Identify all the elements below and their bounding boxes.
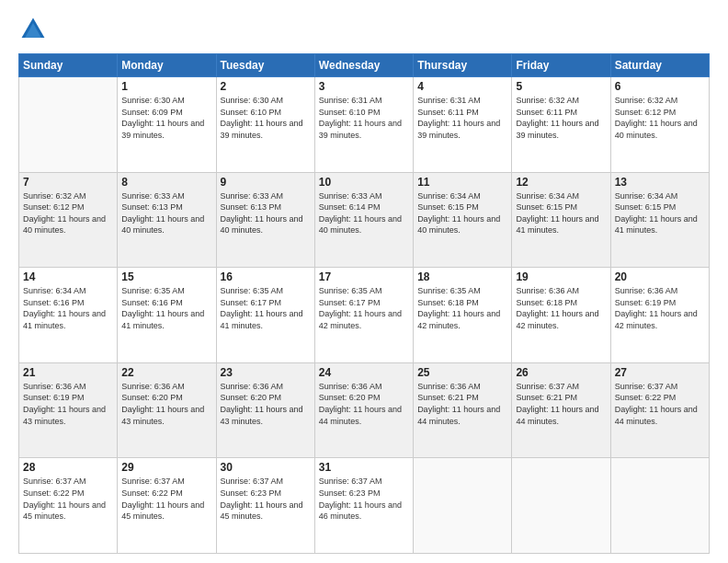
logo [18,15,51,44]
calendar-cell: 9Sunrise: 6:33 AMSunset: 6:13 PMDaylight… [216,172,314,268]
calendar-cell: 1Sunrise: 6:30 AMSunset: 6:09 PMDaylight… [118,77,216,173]
calendar-cell: 28Sunrise: 6:37 AMSunset: 6:22 PMDayligh… [19,458,118,554]
day-number: 8 [121,176,211,189]
calendar-cell: 15Sunrise: 6:35 AMSunset: 6:16 PMDayligh… [118,268,216,363]
day-info: Sunrise: 6:36 AMSunset: 6:18 PMDaylight:… [516,285,606,331]
calendar-cell: 31Sunrise: 6:37 AMSunset: 6:23 PMDayligh… [314,458,413,554]
calendar-table: SundayMondayTuesdayWednesdayThursdayFrid… [18,53,710,554]
calendar-week-1: 1Sunrise: 6:30 AMSunset: 6:09 PMDaylight… [19,77,710,173]
day-number: 27 [615,366,705,379]
day-info: Sunrise: 6:30 AMSunset: 6:09 PMDaylight:… [121,95,211,141]
calendar-week-3: 14Sunrise: 6:34 AMSunset: 6:16 PMDayligh… [19,268,710,363]
day-info: Sunrise: 6:36 AMSunset: 6:20 PMDaylight:… [319,381,409,427]
weekday-header-saturday: Saturday [610,54,709,77]
calendar-cell [610,458,709,554]
calendar-cell: 11Sunrise: 6:34 AMSunset: 6:15 PMDayligh… [414,172,512,268]
weekday-header-thursday: Thursday [414,54,512,77]
calendar-cell: 18Sunrise: 6:35 AMSunset: 6:18 PMDayligh… [414,268,512,363]
day-info: Sunrise: 6:37 AMSunset: 6:22 PMDaylight:… [615,381,705,427]
day-info: Sunrise: 6:31 AMSunset: 6:11 PMDaylight:… [417,95,507,141]
calendar-cell [19,77,118,173]
calendar-week-4: 21Sunrise: 6:36 AMSunset: 6:19 PMDayligh… [19,362,710,458]
calendar-cell: 10Sunrise: 6:33 AMSunset: 6:14 PMDayligh… [314,172,413,268]
day-info: Sunrise: 6:34 AMSunset: 6:15 PMDaylight:… [615,190,705,236]
calendar-cell: 5Sunrise: 6:32 AMSunset: 6:11 PMDaylight… [512,77,610,173]
day-number: 30 [221,461,311,474]
day-number: 21 [23,366,113,379]
day-number: 18 [417,270,507,283]
day-number: 9 [221,176,311,189]
day-number: 1 [121,80,211,93]
calendar-cell: 27Sunrise: 6:37 AMSunset: 6:22 PMDayligh… [610,362,709,458]
day-number: 15 [121,270,211,283]
header [18,15,710,44]
calendar-cell: 16Sunrise: 6:35 AMSunset: 6:17 PMDayligh… [216,268,314,363]
calendar-week-2: 7Sunrise: 6:32 AMSunset: 6:12 PMDaylight… [19,172,710,268]
calendar-cell: 7Sunrise: 6:32 AMSunset: 6:12 PMDaylight… [19,172,118,268]
day-info: Sunrise: 6:34 AMSunset: 6:15 PMDaylight:… [516,190,606,236]
day-info: Sunrise: 6:31 AMSunset: 6:10 PMDaylight:… [319,95,409,141]
day-number: 11 [417,176,507,189]
calendar-cell: 23Sunrise: 6:36 AMSunset: 6:20 PMDayligh… [216,362,314,458]
calendar-cell: 3Sunrise: 6:31 AMSunset: 6:10 PMDaylight… [314,77,413,173]
calendar-cell: 24Sunrise: 6:36 AMSunset: 6:20 PMDayligh… [314,362,413,458]
calendar-cell: 17Sunrise: 6:35 AMSunset: 6:17 PMDayligh… [314,268,413,363]
day-info: Sunrise: 6:32 AMSunset: 6:11 PMDaylight:… [516,95,606,141]
calendar-cell: 20Sunrise: 6:36 AMSunset: 6:19 PMDayligh… [610,268,709,363]
calendar-cell: 12Sunrise: 6:34 AMSunset: 6:15 PMDayligh… [512,172,610,268]
day-info: Sunrise: 6:33 AMSunset: 6:13 PMDaylight:… [221,190,311,236]
day-number: 24 [319,366,409,379]
weekday-header-friday: Friday [512,54,610,77]
day-number: 23 [221,366,311,379]
day-info: Sunrise: 6:36 AMSunset: 6:19 PMDaylight:… [23,381,113,427]
day-info: Sunrise: 6:35 AMSunset: 6:16 PMDaylight:… [121,285,211,331]
day-info: Sunrise: 6:37 AMSunset: 6:22 PMDaylight:… [121,476,211,522]
day-number: 4 [417,80,507,93]
day-number: 22 [121,366,211,379]
day-number: 12 [516,176,606,189]
day-number: 14 [23,270,113,283]
day-number: 19 [516,270,606,283]
calendar-cell: 2Sunrise: 6:30 AMSunset: 6:10 PMDaylight… [216,77,314,173]
calendar-cell [512,458,610,554]
calendar-cell: 29Sunrise: 6:37 AMSunset: 6:22 PMDayligh… [118,458,216,554]
day-info: Sunrise: 6:36 AMSunset: 6:19 PMDaylight:… [615,285,705,331]
day-number: 10 [319,176,409,189]
day-info: Sunrise: 6:36 AMSunset: 6:21 PMDaylight:… [417,381,507,427]
day-number: 20 [615,270,705,283]
day-info: Sunrise: 6:36 AMSunset: 6:20 PMDaylight:… [121,381,211,427]
day-info: Sunrise: 6:33 AMSunset: 6:14 PMDaylight:… [319,190,409,236]
day-info: Sunrise: 6:32 AMSunset: 6:12 PMDaylight:… [615,95,705,141]
calendar-week-5: 28Sunrise: 6:37 AMSunset: 6:22 PMDayligh… [19,458,710,554]
day-number: 7 [23,176,113,189]
day-info: Sunrise: 6:32 AMSunset: 6:12 PMDaylight:… [23,190,113,236]
day-number: 5 [516,80,606,93]
calendar-cell: 22Sunrise: 6:36 AMSunset: 6:20 PMDayligh… [118,362,216,458]
day-info: Sunrise: 6:33 AMSunset: 6:13 PMDaylight:… [121,190,211,236]
day-info: Sunrise: 6:35 AMSunset: 6:18 PMDaylight:… [417,285,507,331]
day-info: Sunrise: 6:36 AMSunset: 6:20 PMDaylight:… [221,381,311,427]
calendar-cell: 25Sunrise: 6:36 AMSunset: 6:21 PMDayligh… [414,362,512,458]
day-info: Sunrise: 6:34 AMSunset: 6:16 PMDaylight:… [23,285,113,331]
day-number: 16 [221,270,311,283]
day-number: 25 [417,366,507,379]
day-number: 2 [221,80,311,93]
day-number: 13 [615,176,705,189]
calendar-cell [414,458,512,554]
day-info: Sunrise: 6:37 AMSunset: 6:22 PMDaylight:… [23,476,113,522]
day-info: Sunrise: 6:37 AMSunset: 6:21 PMDaylight:… [516,381,606,427]
calendar-cell: 21Sunrise: 6:36 AMSunset: 6:19 PMDayligh… [19,362,118,458]
day-number: 29 [121,461,211,474]
calendar-cell: 30Sunrise: 6:37 AMSunset: 6:23 PMDayligh… [216,458,314,554]
day-number: 28 [23,461,113,474]
day-number: 26 [516,366,606,379]
weekday-header-tuesday: Tuesday [216,54,314,77]
day-info: Sunrise: 6:34 AMSunset: 6:15 PMDaylight:… [417,190,507,236]
day-info: Sunrise: 6:37 AMSunset: 6:23 PMDaylight:… [319,476,409,522]
calendar-cell: 6Sunrise: 6:32 AMSunset: 6:12 PMDaylight… [610,77,709,173]
day-number: 6 [615,80,705,93]
calendar-cell: 4Sunrise: 6:31 AMSunset: 6:11 PMDaylight… [414,77,512,173]
weekday-header-wednesday: Wednesday [314,54,413,77]
day-info: Sunrise: 6:35 AMSunset: 6:17 PMDaylight:… [319,285,409,331]
day-number: 3 [319,80,409,93]
